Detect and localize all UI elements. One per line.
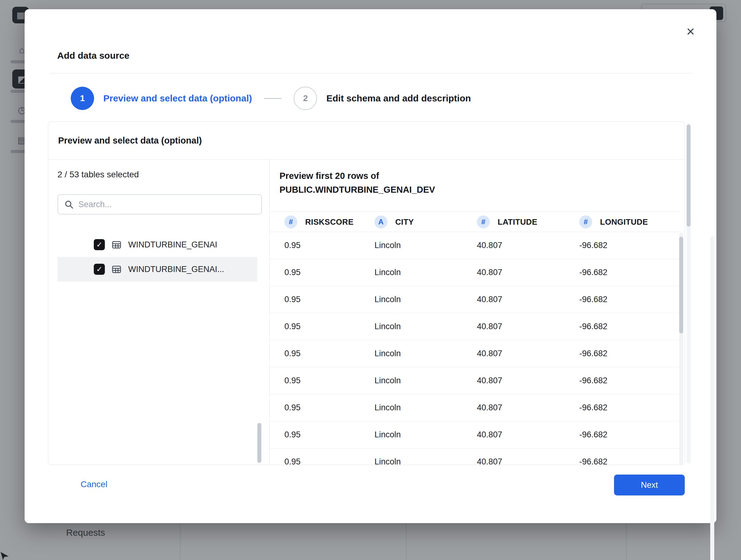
table-name-label: WINDTURBINE_GENAI... — [128, 265, 224, 274]
table-row: 0.95Lincoln40.807-96.682 — [270, 421, 679, 448]
table-cell: 40.807 — [474, 232, 577, 259]
step-1[interactable]: 1 Preview and select data (optional) — [71, 87, 252, 110]
content-panel: Preview and select data (optional) 2 / 5… — [48, 121, 685, 465]
table-cell: -96.682 — [577, 394, 679, 421]
table-cell: 0.95 — [270, 421, 372, 448]
table-cell: 40.807 — [474, 394, 577, 421]
table-cell: Lincoln — [372, 367, 474, 394]
table-cell: Lincoln — [372, 340, 474, 367]
search-icon — [64, 200, 73, 209]
table-cell: Lincoln — [372, 232, 474, 259]
table-cell: Lincoln — [372, 259, 474, 286]
preview-table-body: 0.95Lincoln40.807-96.6820.95Lincoln40.80… — [270, 232, 679, 465]
table-row: 0.95Lincoln40.807-96.682 — [270, 259, 679, 286]
column-name: CITY — [395, 217, 414, 226]
table-row: 0.95Lincoln40.807-96.682 — [270, 367, 679, 394]
table-list-item[interactable]: ✓ WINDTURBINE_GENAI... — [58, 257, 257, 282]
table-cell: 0.95 — [270, 313, 372, 340]
column-header: A CITY — [372, 212, 474, 232]
table-cell: 40.807 — [474, 313, 577, 340]
table-row: 0.95Lincoln40.807-96.682 — [270, 340, 679, 367]
step-1-label: Preview and select data (optional) — [103, 93, 252, 103]
table-cell: 0.95 — [270, 394, 372, 421]
table-cell: 40.807 — [474, 286, 577, 313]
panel-body: 2 / 53 tables selected ✓ WINDTURBINE_GEN… — [48, 160, 685, 465]
table-cell: -96.682 — [577, 421, 679, 448]
checkbox-checked[interactable]: ✓ — [94, 239, 105, 250]
table-cell: -96.682 — [577, 367, 679, 394]
table-cell: 0.95 — [270, 448, 372, 465]
search-box[interactable] — [58, 194, 262, 215]
table-icon — [112, 240, 122, 250]
step-2-label: Edit schema and add description — [326, 93, 471, 103]
table-row: 0.95Lincoln40.807-96.682 — [270, 313, 679, 340]
table-cell: Lincoln — [372, 394, 474, 421]
modal-title: Add data source — [57, 50, 129, 61]
panel-scrollbar-track — [710, 236, 714, 560]
table-name-label: WINDTURBINE_GENAI — [128, 240, 217, 250]
preview-title-line1: Preview first 20 rows of — [279, 169, 435, 183]
cancel-button[interactable]: Cancel — [80, 480, 107, 489]
table-selection-column: 2 / 53 tables selected ✓ WINDTURBINE_GEN… — [48, 160, 270, 465]
table-cell: 40.807 — [474, 367, 577, 394]
table-cell: -96.682 — [577, 286, 679, 313]
table-list-item[interactable]: ✓ WINDTURBINE_GENAI — [58, 232, 257, 257]
table-cell: Lincoln — [372, 421, 474, 448]
step-2[interactable]: 2 Edit schema and add description — [294, 87, 471, 110]
table-cell: 40.807 — [474, 259, 577, 286]
table-row: 0.95Lincoln40.807-96.682 — [270, 448, 679, 465]
step-1-number: 1 — [71, 87, 94, 110]
table-cell: -96.682 — [577, 313, 679, 340]
step-connector — [264, 98, 281, 99]
table-cell: Lincoln — [372, 313, 474, 340]
column-type-icon: A — [375, 215, 387, 228]
column-type-icon: # — [284, 215, 297, 228]
search-input[interactable] — [78, 200, 255, 209]
clipped-item-slot: ✓ WINDTURBINE_GENAI — [48, 459, 269, 465]
table-list-item[interactable]: ✓ WINDTURBINE_GENAI — [58, 459, 257, 465]
table-row: 0.95Lincoln40.807-96.682 — [270, 394, 679, 421]
table-cell: 0.95 — [270, 259, 372, 286]
checkbox-checked[interactable]: ✓ — [94, 264, 105, 275]
table-cell: -96.682 — [577, 259, 679, 286]
divider — [49, 73, 692, 73]
table-cell: Lincoln — [372, 448, 474, 465]
table-cell: 0.95 — [270, 232, 372, 259]
preview-title: Preview first 20 rows of PUBLIC.WINDTURB… — [279, 169, 435, 197]
table-cell: -96.682 — [577, 232, 679, 259]
table-cell: 40.807 — [474, 448, 577, 465]
table-cell: 40.807 — [474, 340, 577, 367]
column-header: # LATITUDE — [474, 212, 577, 232]
close-icon[interactable]: × — [682, 23, 699, 40]
left-list-scrollbar-thumb[interactable] — [257, 423, 261, 463]
column-header: # LONGITUDE — [577, 212, 679, 232]
column-type-icon: # — [477, 215, 490, 228]
column-name: RISKSCORE — [305, 217, 354, 226]
table-cell: 40.807 — [474, 421, 577, 448]
add-data-source-modal: × Add data source 1 Preview and select d… — [24, 9, 717, 523]
preview-scrollbar-thumb[interactable] — [679, 237, 683, 334]
column-type-icon: # — [579, 215, 592, 228]
wizard-stepper: 1 Preview and select data (optional) 2 E… — [71, 87, 471, 110]
table-icon — [112, 264, 122, 274]
table-cell: 0.95 — [270, 286, 372, 313]
panel-scrollbar-track — [687, 124, 690, 464]
panel-scrollbar-thumb[interactable] — [687, 125, 690, 226]
column-name: LONGITUDE — [600, 217, 648, 226]
table-row: 0.95Lincoln40.807-96.682 — [270, 286, 679, 313]
table-cell: Lincoln — [372, 286, 474, 313]
panel-header: Preview and select data (optional) — [48, 122, 685, 160]
table-cell: 0.95 — [270, 367, 372, 394]
table-list: ✓ WINDTURBINE_GENAI ✓ WINDTURBINE_GENAI.… — [48, 232, 269, 282]
step-2-number: 2 — [294, 87, 317, 110]
tables-selected-summary: 2 / 53 tables selected — [58, 170, 139, 180]
preview-column: Preview first 20 rows of PUBLIC.WINDTURB… — [270, 160, 685, 465]
preview-table-wrap: # RISKSCORE A CITY # LATITUDE # LONGITUD… — [270, 211, 685, 465]
table-cell: -96.682 — [577, 340, 679, 367]
next-button[interactable]: Next — [614, 475, 685, 495]
preview-title-line2: PUBLIC.WINDTURBINE_GENAI_DEV — [279, 183, 435, 197]
preview-table: # RISKSCORE A CITY # LATITUDE # LONGITUD… — [270, 211, 679, 465]
preview-scrollbar-track — [679, 232, 683, 465]
table-cell: 0.95 — [270, 340, 372, 367]
table-row: 0.95Lincoln40.807-96.682 — [270, 232, 679, 259]
